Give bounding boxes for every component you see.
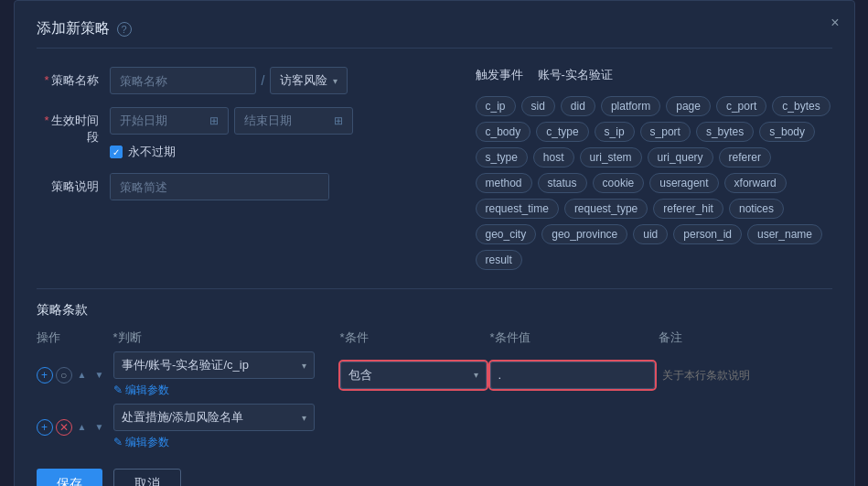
strategy-name-input[interactable] xyxy=(110,67,256,94)
date-input-row: 开始日期 ⊞ 结束日期 ⊞ xyxy=(110,107,457,135)
trigger-tag[interactable]: geo_province xyxy=(541,224,627,244)
trigger-tag[interactable]: uri_stem xyxy=(580,147,642,167)
strategy-name-input-row: / 访客风险 ▾ xyxy=(110,67,457,94)
footer-buttons: 保存 取消 xyxy=(37,469,832,486)
trigger-tag[interactable]: page xyxy=(666,96,711,116)
form-body: *策略名称 / 访客风险 ▾ *生效时间段 xyxy=(37,67,832,270)
condition-value-cell xyxy=(490,362,655,389)
trigger-tag[interactable]: s_bytes xyxy=(696,122,754,142)
tags-container: c_ipsiddidplatformpagec_portc_bytesc_bod… xyxy=(476,96,832,270)
judgment-cell: 事件/账号-实名验证/c_ip▾✎ 编辑参数 xyxy=(113,351,315,398)
trigger-tag[interactable]: user_name xyxy=(747,224,822,244)
trigger-tag[interactable]: xforward xyxy=(724,173,787,193)
trigger-section: 触发事件 账号-实名验证 c_ipsiddidplatformpagec_por… xyxy=(476,67,832,270)
trigger-tag[interactable]: sid xyxy=(521,96,555,116)
trigger-tag[interactable]: method xyxy=(476,173,532,193)
modal-title: 添加新策略 xyxy=(37,19,110,38)
checkbox-check-icon: ✓ xyxy=(113,147,120,157)
save-button[interactable]: 保存 xyxy=(37,469,102,486)
trigger-tag[interactable]: useragent xyxy=(649,173,718,193)
move-up-button[interactable]: ▲ xyxy=(75,368,90,383)
trigger-tag[interactable]: cookie xyxy=(593,173,645,193)
description-controls xyxy=(110,173,457,200)
remark-cell xyxy=(659,365,832,385)
description-label: 策略说明 xyxy=(37,173,110,195)
ops-cell: +○▲▼ xyxy=(37,367,110,383)
trigger-tag[interactable]: did xyxy=(561,96,595,116)
strategy-name-row: *策略名称 / 访客风险 ▾ xyxy=(37,67,457,94)
trigger-tag[interactable]: person_id xyxy=(673,224,742,244)
trigger-tag[interactable]: c_port xyxy=(716,96,766,116)
col-operation: 操作 xyxy=(37,329,110,346)
add-row-button[interactable]: + xyxy=(37,419,53,436)
trigger-title: 账号-实名验证 xyxy=(538,67,613,83)
judgment-cell: 处置措施/添加风险名单▾✎ 编辑参数 xyxy=(113,404,315,450)
cancel-button[interactable]: 取消 xyxy=(113,469,181,486)
col-condition: *条件 xyxy=(340,329,487,346)
start-calendar-icon: ⊞ xyxy=(209,114,219,127)
effective-time-label: *生效时间段 xyxy=(37,107,110,146)
effective-time-row: *生效时间段 开始日期 ⊞ 结束日期 ⊞ xyxy=(37,107,457,160)
section-title: 策略条款 xyxy=(37,302,832,319)
end-date-input[interactable]: 结束日期 ⊞ xyxy=(234,107,353,135)
trigger-tag[interactable]: platform xyxy=(601,96,660,116)
table-row: +○▲▼事件/账号-实名验证/c_ip▾✎ 编辑参数包含▾ xyxy=(37,351,832,398)
condition-cell: 包含▾ xyxy=(340,362,487,389)
close-button[interactable]: × xyxy=(830,16,839,30)
table-row: +✕▲▼处置措施/添加风险名单▾✎ 编辑参数 xyxy=(37,404,832,450)
col-condition-value: *条件值 xyxy=(490,329,655,346)
add-row-button[interactable]: + xyxy=(37,367,53,383)
trigger-tag[interactable]: c_bytes xyxy=(772,96,830,116)
description-input[interactable] xyxy=(110,173,329,200)
condition-select[interactable]: 包含▾ xyxy=(340,362,487,389)
trigger-tag[interactable]: request_type xyxy=(564,199,648,219)
edit-params-link[interactable]: ✎ 编辑参数 xyxy=(113,383,315,398)
trigger-tag[interactable]: status xyxy=(538,173,587,193)
trigger-tag[interactable]: result xyxy=(476,250,522,270)
terms-table: 操作 *判断 *条件 *条件值 备注 +○▲▼事件/账号-实名验证/c_ip▾✎… xyxy=(37,329,832,450)
strategy-category-dropdown[interactable]: 访客风险 ▾ xyxy=(270,67,348,94)
trigger-tag[interactable]: geo_city xyxy=(476,224,537,244)
trigger-tag[interactable]: uid xyxy=(633,224,668,244)
remove-row-button[interactable]: ✕ xyxy=(56,419,72,436)
trigger-tag[interactable]: host xyxy=(533,147,574,167)
strategy-name-label: *策略名称 xyxy=(37,67,110,89)
judgment-select[interactable]: 处置措施/添加风险名单▾ xyxy=(113,404,315,431)
move-down-button[interactable]: ▼ xyxy=(92,368,107,383)
trigger-tag[interactable]: c_ip xyxy=(476,96,516,116)
trigger-tag[interactable]: request_time xyxy=(476,199,559,219)
never-expire-checkbox[interactable]: ✓ xyxy=(110,146,123,158)
move-up-button[interactable]: ▲ xyxy=(75,420,90,435)
description-row: 策略说明 xyxy=(37,173,457,200)
strategy-name-controls: / 访客风险 ▾ xyxy=(110,67,457,94)
trigger-tag[interactable]: notices xyxy=(729,199,784,219)
category-dropdown-arrow: ▾ xyxy=(333,76,338,86)
trigger-tag[interactable]: c_body xyxy=(476,122,531,142)
trigger-tag[interactable]: uri_query xyxy=(648,147,713,167)
edit-params-link[interactable]: ✎ 编辑参数 xyxy=(113,435,315,450)
ops-cell: +✕▲▼ xyxy=(37,419,110,436)
start-date-input[interactable]: 开始日期 ⊞ xyxy=(110,107,229,135)
trigger-tag[interactable]: s_port xyxy=(640,122,691,142)
trigger-tag[interactable]: s_type xyxy=(476,147,528,167)
judgment-select[interactable]: 事件/账号-实名验证/c_ip▾ xyxy=(113,351,315,379)
move-down-button[interactable]: ▼ xyxy=(92,420,107,435)
trigger-tag[interactable]: s_ip xyxy=(595,122,635,142)
terms-header: 操作 *判断 *条件 *条件值 备注 xyxy=(37,329,832,346)
trigger-tag[interactable]: referer_hit xyxy=(653,199,723,219)
help-icon[interactable]: ? xyxy=(117,22,132,37)
remark-input[interactable] xyxy=(659,365,832,385)
never-expire-label: 永不过期 xyxy=(128,144,176,160)
trigger-tag[interactable]: c_type xyxy=(536,122,588,142)
modal-header: 添加新策略 ? × xyxy=(37,19,832,49)
effective-time-controls: 开始日期 ⊞ 结束日期 ⊞ ✓ 永不过期 xyxy=(110,107,457,160)
trigger-tag[interactable]: s_body xyxy=(759,122,815,142)
judgment-dropdown-arrow: ▾ xyxy=(302,413,306,423)
judgment-dropdown-arrow: ▾ xyxy=(302,361,306,371)
trigger-tag[interactable]: referer xyxy=(719,147,771,167)
disable-row-button[interactable]: ○ xyxy=(56,367,72,383)
condition-value-input[interactable] xyxy=(490,362,655,389)
col-judgment: *判断 xyxy=(113,329,315,346)
condition-dropdown-arrow: ▾ xyxy=(474,370,478,380)
form-left: *策略名称 / 访客风险 ▾ *生效时间段 xyxy=(37,67,457,270)
